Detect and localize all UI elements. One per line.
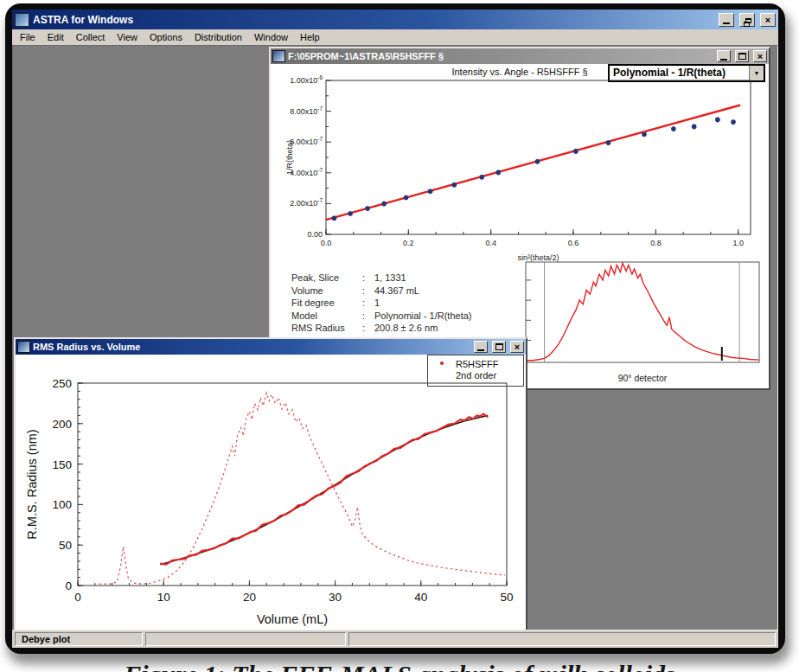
debye-close-button[interactable]: × bbox=[753, 50, 767, 62]
debye-window-title: F:\05PROM~1\ASTRA5\R5HSFFF § bbox=[288, 51, 713, 61]
svg-text:150: 150 bbox=[52, 458, 72, 471]
svg-text:1.0: 1.0 bbox=[732, 239, 744, 247]
debye-stats: Peak, Slice:1, 1331Volume:44.367 mLFit d… bbox=[291, 272, 472, 335]
debye-minimize-button[interactable] bbox=[717, 50, 731, 62]
debye-window-icon bbox=[272, 50, 285, 62]
figure-caption: Figure 1: The FFF-MALS analysis of milk … bbox=[0, 659, 799, 672]
svg-text:R.M.S. Radius (nm): R.M.S. Radius (nm) bbox=[25, 429, 39, 539]
debye-chart: 0.00.20.40.60.81.00.002.00x10-74.00x10-7… bbox=[283, 75, 760, 269]
svg-text:Volume (mL): Volume (mL) bbox=[257, 612, 328, 626]
rms-maximize-button[interactable] bbox=[492, 341, 506, 353]
app-icon bbox=[15, 13, 29, 27]
mdi-workspace: F:\05PROM~1\ASTRA5\R5HSFFF § × Intensity… bbox=[12, 45, 778, 630]
rms-window-icon bbox=[17, 341, 30, 353]
minimize-button[interactable] bbox=[719, 13, 734, 27]
detector-inset-chart: 90° detector bbox=[523, 259, 764, 388]
svg-text:0.0: 0.0 bbox=[321, 239, 332, 247]
svg-text:50: 50 bbox=[500, 591, 513, 604]
rms-chart: 05010015020025001020304050Volume (mL)R.M… bbox=[21, 362, 526, 630]
debye-plot-svg: 0.00.20.40.60.81.00.002.00x10-74.00x10-7… bbox=[283, 75, 760, 269]
stat-row: RMS Radius:200.8 ± 2.6 nm bbox=[291, 322, 472, 335]
svg-text:20: 20 bbox=[243, 591, 256, 604]
svg-text:250: 250 bbox=[52, 377, 72, 390]
stat-row: Fit degree:1 bbox=[291, 297, 472, 310]
detector-inset-svg: 90° detector bbox=[523, 259, 764, 388]
svg-text:0.2: 0.2 bbox=[403, 239, 414, 247]
debye-maximize-button[interactable] bbox=[735, 50, 749, 62]
rms-window-titlebar[interactable]: RMS Radius vs. Volume × bbox=[16, 339, 526, 355]
menu-collect[interactable]: Collect bbox=[70, 31, 112, 43]
svg-text:0.8: 0.8 bbox=[650, 239, 662, 247]
restore-button[interactable] bbox=[739, 13, 755, 27]
menu-bar: FileEditCollectViewOptionsDistributionWi… bbox=[12, 29, 778, 45]
status-panel-3 bbox=[348, 632, 776, 646]
menu-help[interactable]: Help bbox=[294, 31, 326, 43]
maximize-icon bbox=[495, 343, 503, 350]
rms-minimize-button[interactable] bbox=[474, 341, 488, 353]
restore-icon bbox=[745, 18, 751, 23]
close-button[interactable]: × bbox=[760, 13, 776, 27]
close-icon: × bbox=[757, 52, 763, 61]
svg-text:100: 100 bbox=[52, 498, 72, 511]
rms-window-content: R5HSFFF 2nd order 0501001502002500102030… bbox=[16, 355, 526, 630]
svg-text:4.00x10-7: 4.00x10-7 bbox=[290, 167, 323, 177]
stat-row: Volume:44.367 mL bbox=[291, 285, 472, 298]
svg-text:6.00x10-7: 6.00x10-7 bbox=[290, 136, 323, 146]
astra-app-window: ASTRA for Windows × FileEditCollectViewO… bbox=[12, 10, 778, 648]
app-titlebar[interactable]: ASTRA for Windows × bbox=[12, 10, 778, 29]
minimize-icon bbox=[477, 349, 484, 351]
svg-text:0: 0 bbox=[74, 591, 81, 604]
svg-text:200: 200 bbox=[52, 418, 72, 431]
close-icon: × bbox=[765, 16, 770, 24]
debye-window-titlebar[interactable]: F:\05PROM~1\ASTRA5\R5HSFFF § × bbox=[271, 48, 769, 64]
stat-row: Peak, Slice:1, 1331 bbox=[291, 272, 472, 285]
screenshot-frame: ASTRA for Windows × FileEditCollectViewO… bbox=[5, 3, 785, 654]
status-text: Debye plot bbox=[22, 634, 70, 644]
rms-window-title: RMS Radius vs. Volume bbox=[33, 342, 470, 352]
status-bar: Debye plot bbox=[12, 630, 778, 648]
minimize-icon bbox=[723, 22, 730, 24]
svg-text:30: 30 bbox=[329, 591, 342, 604]
rms-window: RMS Radius vs. Volume × R5HSFFF 2nd orde… bbox=[14, 337, 527, 630]
svg-text:2.00x10-7: 2.00x10-7 bbox=[290, 197, 323, 208]
menu-options[interactable]: Options bbox=[144, 31, 189, 43]
minimize-icon bbox=[720, 59, 727, 61]
close-icon: × bbox=[515, 342, 520, 351]
svg-text:0.4: 0.4 bbox=[485, 239, 496, 247]
menu-distribution[interactable]: Distribution bbox=[189, 31, 248, 43]
maximize-icon bbox=[738, 53, 746, 60]
svg-text:90° detector: 90° detector bbox=[618, 373, 668, 383]
rms-close-button[interactable]: × bbox=[510, 341, 524, 353]
app-title: ASTRA for Windows bbox=[33, 14, 713, 26]
rms-plot-svg: 05010015020025001020304050Volume (mL)R.M… bbox=[21, 362, 526, 630]
svg-text:10: 10 bbox=[157, 591, 170, 604]
svg-text:0: 0 bbox=[65, 579, 72, 592]
svg-text:40: 40 bbox=[414, 591, 427, 604]
stat-row: Model:Polynomial - 1/R(theta) bbox=[291, 310, 472, 323]
menu-edit[interactable]: Edit bbox=[42, 31, 70, 43]
svg-text:8.00x10-7: 8.00x10-7 bbox=[290, 106, 323, 116]
figure-caption-text: Figure 1: The FFF-MALS analysis of milk … bbox=[124, 659, 675, 672]
status-panel-message: Debye plot bbox=[15, 632, 143, 646]
svg-text:0.6: 0.6 bbox=[568, 239, 579, 247]
status-panel-2 bbox=[145, 632, 346, 646]
svg-text:0.00: 0.00 bbox=[307, 230, 323, 239]
svg-text:1/R(theta): 1/R(theta) bbox=[285, 140, 294, 175]
menu-window[interactable]: Window bbox=[248, 31, 294, 43]
svg-text:1.00x10-6: 1.00x10-6 bbox=[290, 75, 323, 85]
svg-text:50: 50 bbox=[59, 539, 72, 552]
menu-file[interactable]: File bbox=[14, 31, 42, 43]
menu-view[interactable]: View bbox=[111, 31, 144, 43]
